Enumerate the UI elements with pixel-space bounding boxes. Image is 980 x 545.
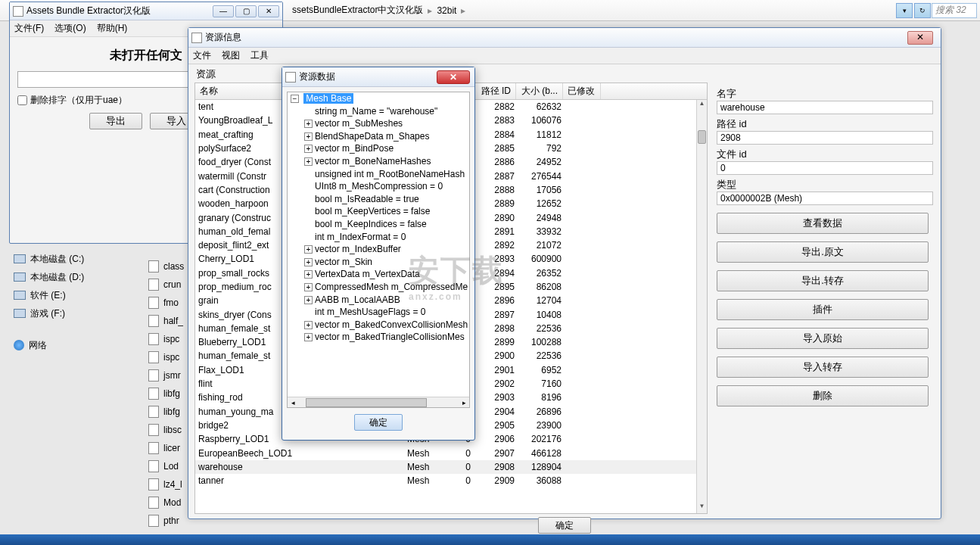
file-item[interactable]: libfg — [148, 385, 184, 403]
expand-icon[interactable]: + — [304, 258, 313, 266]
tree-node[interactable]: +vector m_SubMeshes — [288, 117, 469, 130]
checkbox-icon[interactable] — [17, 95, 27, 105]
file-item[interactable]: jsmr — [148, 366, 184, 385]
ok-button[interactable]: 确定 — [538, 517, 591, 534]
table-row[interactable]: warehouseMesh02908128904 — [195, 460, 696, 474]
network-icon — [14, 340, 24, 350]
close-button[interactable]: ✕ — [437, 70, 470, 84]
file-item[interactable]: libsc — [148, 421, 184, 439]
file-item[interactable]: ispc — [148, 330, 184, 348]
file-icon — [148, 297, 159, 309]
col-size[interactable]: 大小 (b... — [516, 83, 563, 99]
minimize-button[interactable]: — — [213, 5, 234, 17]
details-pane: 名字 warehouse 路径 id 2908 文件 id 0 类型 0x000… — [714, 83, 941, 514]
refresh-icon[interactable]: ↻ — [914, 3, 931, 18]
import-dump-button[interactable]: 导入转存 — [717, 357, 929, 378]
dropdown-icon[interactable]: ▾ — [896, 3, 913, 18]
tree-node[interactable]: bool m_KeepVertices = false — [288, 205, 469, 218]
scrollbar-thumb[interactable] — [698, 130, 706, 144]
file-item[interactable]: pthr — [148, 512, 184, 530]
menu-file[interactable]: 文件 — [193, 49, 211, 62]
tree-node[interactable]: bool m_IsReadable = true — [288, 193, 469, 206]
file-item[interactable]: licer — [148, 439, 184, 457]
tree-node[interactable]: int m_IndexFormat = 0 — [288, 231, 469, 244]
horizontal-scrollbar[interactable]: ◂ ▸ — [288, 397, 469, 407]
vertical-scrollbar[interactable]: ▲ ▼ — [696, 100, 707, 513]
collapse-icon[interactable]: − — [291, 95, 299, 103]
tree-node[interactable]: +vector m_BakedTriangleCollisionMes — [288, 331, 469, 344]
menu-help[interactable]: 帮助(H) — [97, 22, 128, 35]
export-button[interactable]: 导出 — [89, 113, 142, 129]
file-item[interactable]: fmo — [148, 294, 184, 312]
tree-node[interactable]: UInt8 m_MeshCompression = 0 — [288, 180, 469, 193]
export-raw-button[interactable]: 导出.原文 — [717, 241, 929, 263]
menu-tools[interactable]: 工具 — [250, 49, 269, 62]
table-row[interactable]: EuropeanBeech_LOD1Mesh02907466128 — [195, 446, 696, 459]
menu-view[interactable]: 视图 — [222, 49, 240, 62]
col-modified[interactable]: 已修改 — [563, 83, 601, 99]
tree-node[interactable]: +vector m_IndexBuffer — [288, 243, 469, 256]
delete-button[interactable]: 删除 — [717, 385, 929, 406]
tree-node[interactable]: +BlendShapeData m_Shapes — [288, 130, 469, 143]
expand-icon[interactable]: + — [304, 120, 313, 128]
file-item[interactable]: ispc — [148, 348, 184, 366]
scroll-right-icon[interactable]: ▸ — [459, 399, 469, 406]
file-item[interactable]: Lod — [148, 457, 184, 475]
property-tree[interactable]: − Mesh Base string m_Name = "warehouse"+… — [287, 92, 470, 408]
tree-node[interactable]: +vector m_BoneNameHashes — [288, 155, 469, 168]
table-row[interactable]: tannerMesh0290936088 — [195, 474, 696, 487]
file-item[interactable]: lz4_l — [148, 475, 184, 494]
file-icon — [148, 351, 159, 363]
file-item[interactable]: Mod — [148, 494, 184, 512]
scrollbar-thumb[interactable] — [306, 398, 427, 407]
file-icon — [148, 460, 159, 472]
ok-button[interactable]: 确定 — [354, 414, 403, 431]
explorer-search-input[interactable]: 搜索 32 — [932, 3, 977, 18]
tree-root[interactable]: − Mesh Base — [288, 92, 469, 105]
breadcrumb-part[interactable]: ssetsBundleExtractor中文汉化版 — [288, 4, 428, 17]
plugins-button[interactable]: 插件 — [717, 299, 929, 320]
close-button[interactable]: ✕ — [907, 31, 933, 45]
maximize-button[interactable]: ▢ — [235, 5, 257, 17]
view-data-button[interactable]: 查看数据 — [717, 213, 929, 234]
tree-node[interactable]: +vector m_BakedConvexCollisionMesh — [288, 319, 469, 332]
expand-icon[interactable]: + — [304, 132, 313, 141]
breadcrumb-part[interactable]: 32bit — [432, 5, 461, 16]
taskbar[interactable] — [0, 534, 980, 545]
scroll-left-icon[interactable]: ◂ — [288, 399, 298, 406]
expand-icon[interactable]: + — [304, 321, 313, 329]
label-name: 名字 — [717, 87, 933, 101]
tree-node[interactable]: int m_MeshUsageFlags = 0 — [288, 306, 469, 319]
tree-node[interactable]: bool m_KeepIndices = false — [288, 218, 469, 231]
import-raw-button[interactable]: 导入原始 — [717, 328, 929, 349]
value-pathid: 2908 — [717, 131, 933, 145]
expand-icon[interactable]: + — [304, 283, 313, 291]
file-item[interactable]: libfg — [148, 403, 184, 421]
expand-icon[interactable]: + — [304, 270, 313, 279]
tree-node[interactable]: string m_Name = "warehouse" — [288, 105, 469, 118]
dialog-title: 资源数据 — [299, 70, 368, 83]
file-icon — [148, 424, 159, 436]
scroll-up-icon[interactable]: ▲ — [697, 100, 707, 111]
close-button[interactable]: ✕ — [258, 5, 279, 17]
tree-node[interactable]: +vector m_Skin — [288, 256, 469, 269]
file-item[interactable]: crun — [148, 276, 184, 294]
expand-icon[interactable]: + — [304, 245, 313, 254]
file-item[interactable]: half_ — [148, 312, 184, 330]
menu-file[interactable]: 文件(F) — [14, 22, 44, 35]
export-dump-button[interactable]: 导出.转存 — [717, 270, 929, 291]
expand-icon[interactable]: + — [304, 145, 313, 153]
menu-options[interactable]: 选项(O) — [54, 22, 86, 35]
expand-icon[interactable]: + — [304, 333, 313, 341]
tree-node[interactable]: unsigned int m_RootBoneNameHash — [288, 168, 469, 181]
tree-node[interactable]: +AABB m_LocalAABB — [288, 294, 469, 307]
scroll-down-icon[interactable]: ▼ — [697, 503, 707, 513]
col-pathid[interactable]: 路径 ID — [472, 83, 516, 99]
tree-node[interactable]: +vector m_BindPose — [288, 142, 469, 155]
expand-icon[interactable]: + — [304, 296, 313, 304]
file-item[interactable]: class — [148, 257, 184, 276]
expand-icon[interactable]: + — [304, 157, 313, 166]
file-icon — [148, 388, 159, 400]
tree-node[interactable]: +CompressedMesh m_CompressedMe — [288, 281, 469, 294]
tree-node[interactable]: +VertexData m_VertexData — [288, 268, 469, 281]
